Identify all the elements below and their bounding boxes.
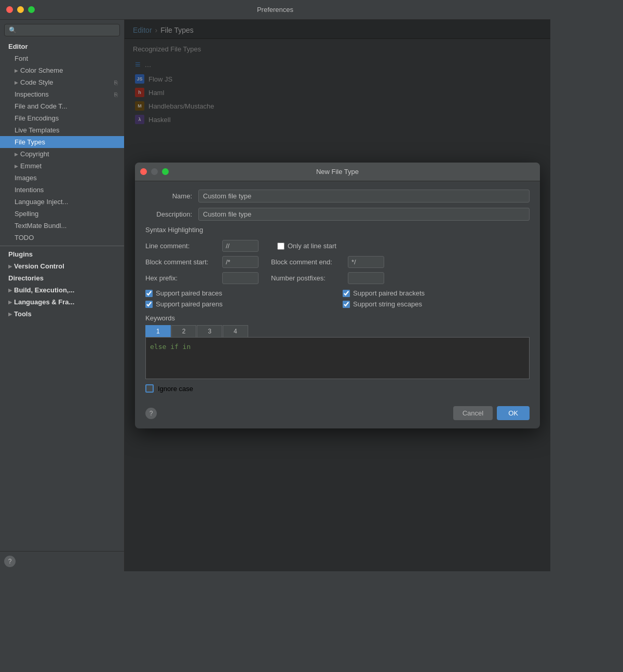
sidebar-bottom: ? [0,551,124,571]
sidebar-item-languages-frameworks[interactable]: ▶ Languages & Fra... [0,296,124,308]
sidebar-item-label: Languages & Fra... [14,298,74,306]
sidebar-item-code-style[interactable]: ▶ Code Style ⎘ [0,76,124,88]
sidebar-item-emmet[interactable]: ▶ Emmet [0,160,124,172]
checkboxes-grid: Support paired braces Support paired bra… [145,289,530,308]
keywords-label: Keywords [145,314,530,322]
number-postfixes-input[interactable] [348,272,384,284]
sidebar-item-plugins[interactable]: Plugins [0,248,124,260]
sidebar-item-tools[interactable]: ▶ Tools [0,308,124,320]
paired-brackets-label: Support paired brackets [353,289,425,297]
keywords-content[interactable]: else if in [145,338,530,379]
sidebar-item-language-inject[interactable]: Language Inject... [0,196,124,208]
name-input[interactable] [198,190,530,203]
description-input[interactable] [198,208,530,221]
window-controls [6,6,35,13]
sidebar-help-button[interactable]: ? [4,556,16,567]
sidebar-item-textmate[interactable]: TextMate Bundl... [0,220,124,232]
sidebar-item-spelling[interactable]: Spelling [0,208,124,220]
only-at-line-start-label: Only at line start [288,242,336,250]
block-comment-start-input[interactable] [222,256,259,268]
paired-braces-checkbox[interactable] [145,290,153,297]
sidebar-item-editor[interactable]: Editor [0,41,124,52]
block-comment-start-row: Block comment start: [145,256,259,268]
sidebar-item-file-types[interactable]: File Types [0,136,124,148]
modal-help-button[interactable]: ? [145,408,157,419]
maximize-button[interactable] [28,6,35,13]
footer-help: ? [145,408,157,419]
description-row: Description: [145,208,530,221]
title-bar: Preferences [0,0,550,20]
expand-icon: ▶ [8,264,12,269]
paired-parens-label: Support paired parens [156,300,223,308]
expand-icon: ▶ [8,288,12,293]
modal-titlebar: New File Type [135,163,540,181]
sidebar-item-file-encodings[interactable]: File Encodings [0,112,124,124]
sidebar-item-label: File Encodings [15,114,59,122]
paired-brackets-checkbox[interactable] [343,290,350,297]
modal-title: New File Type [316,168,359,176]
sidebar-scroll: Editor Font ▶ Color Scheme ▶ Code Style … [0,41,124,551]
modal-close-button[interactable] [140,168,147,175]
copy-icon: ⎘ [114,91,118,98]
new-file-type-dialog: New File Type Name: Description: S [135,163,540,428]
search-input[interactable] [19,26,115,34]
hex-prefix-row: Hex prefix: [145,272,259,284]
keywords-tabs: 1 2 3 4 [145,325,530,338]
block-comment-end-input[interactable] [348,256,384,268]
sidebar-item-todo[interactable]: TODO [0,232,124,244]
sidebar-item-copyright[interactable]: ▶ Copyright [0,148,124,160]
close-button[interactable] [6,6,13,13]
sidebar-item-label: Spelling [15,210,38,218]
sidebar-item-images[interactable]: Images [0,172,124,184]
expand-icon: ▶ [8,300,12,305]
line-comment-label: Line comment: [145,242,218,250]
keyword-tab-2[interactable]: 2 [171,325,197,337]
string-escapes-label: Support string escapes [353,300,422,308]
syntax-section-header: Syntax Highlighting [145,226,530,234]
search-box[interactable]: 🔍 [4,24,120,36]
modal-min-button[interactable] [151,168,158,175]
sidebar-item-label: Version Control [14,262,64,270]
sidebar-item-build-execution[interactable]: ▶ Build, Execution,... [0,284,124,296]
sidebar-item-live-templates[interactable]: Live Templates [0,124,124,136]
ignore-case-row: Ignore case [145,384,530,393]
sidebar-item-color-scheme[interactable]: ▶ Color Scheme [0,64,124,76]
paired-parens-checkbox[interactable] [145,301,153,308]
cancel-button[interactable]: Cancel [453,406,493,420]
line-comment-input[interactable] [222,240,259,252]
hex-prefix-input[interactable] [222,272,259,284]
expand-icon: ▶ [15,164,18,169]
description-label: Description: [145,210,192,218]
sidebar-item-intentions[interactable]: Intentions [0,184,124,196]
sidebar-item-inspections[interactable]: Inspections ⎘ [0,88,124,100]
ok-button[interactable]: OK [497,406,530,420]
keyword-tab-3[interactable]: 3 [197,325,222,337]
sidebar-item-version-control[interactable]: ▶ Version Control [0,260,124,272]
keyword-tab-1[interactable]: 1 [145,325,171,337]
sidebar-item-font[interactable]: Font [0,52,124,64]
sidebar-item-label: File and Code T... [15,102,67,110]
modal-max-button[interactable] [162,168,169,175]
sidebar-item-file-and-code[interactable]: File and Code T... [0,100,124,112]
ignore-case-checkbox[interactable] [145,384,154,393]
string-escapes-checkbox[interactable] [343,301,350,308]
modal-body: Name: Description: Syntax Highlighting L… [135,181,540,401]
sidebar-item-label: Language Inject... [15,198,68,206]
keyword-tab-4[interactable]: 4 [223,325,248,337]
expand-icon: ▶ [15,152,18,157]
minimize-button[interactable] [17,6,24,13]
copy-icon: ⎘ [114,79,118,86]
sidebar-item-label: Build, Execution,... [14,286,74,294]
string-escapes-row: Support string escapes [343,300,530,308]
only-at-line-start-checkbox[interactable] [277,243,285,250]
sidebar-item-label: File Types [15,138,45,146]
sidebar-item-label: Images [15,174,37,182]
sidebar-item-label: Font [15,55,28,62]
sidebar-item-directories[interactable]: Directories [0,272,124,284]
sidebar-item-label: Inspections [15,90,49,98]
sidebar-item-label: Copyright [20,150,49,158]
modal-footer: ? Cancel OK [135,401,540,428]
sidebar-item-label: Live Templates [15,126,59,134]
window-title: Preferences [257,6,293,14]
paired-brackets-row: Support paired brackets [343,289,530,297]
